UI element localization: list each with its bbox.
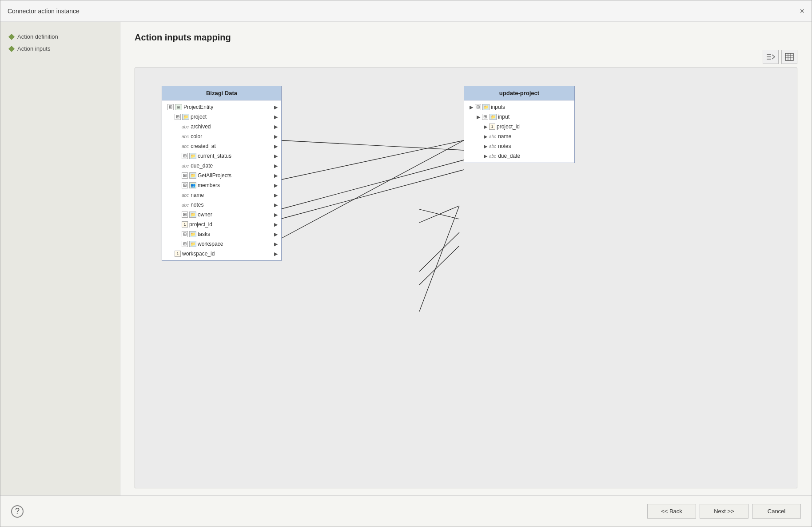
left-panel: Bizagi Data ⊞ ⊞ ProjectEntity ▶ ⊞ 📁 bbox=[162, 86, 282, 261]
expand-icon[interactable]: ⊞ bbox=[182, 212, 188, 218]
group-icon: 📁 bbox=[189, 231, 196, 237]
svg-line-10 bbox=[419, 206, 459, 223]
expand-icon[interactable]: ⊞ bbox=[182, 241, 188, 247]
sidebar-item-label: Action inputs bbox=[17, 45, 50, 52]
svg-line-3 bbox=[772, 55, 775, 57]
tree-row: ▶ abc name bbox=[464, 132, 574, 141]
tree-row: ▶ 1 project_id bbox=[464, 122, 574, 132]
right-panel: update-project ▶ ⊞ 📁 inputs ▶ ⊞ bbox=[464, 86, 575, 163]
expand-icon[interactable]: ⊞ bbox=[475, 104, 481, 110]
group-icon: 👥 bbox=[189, 182, 196, 188]
tree-row: ▶ ⊞ 📁 input bbox=[464, 112, 574, 122]
sidebar: Action definition Action inputs bbox=[0, 22, 120, 495]
diamond-icon bbox=[8, 45, 15, 52]
toolbar bbox=[135, 50, 797, 64]
diamond-icon bbox=[8, 33, 15, 40]
left-panel-body: ⊞ ⊞ ProjectEntity ▶ ⊞ 📁 project ▶ bbox=[162, 100, 281, 260]
group-icon: 📁 bbox=[189, 172, 196, 179]
tree-row: ▶ abc due_date bbox=[464, 151, 574, 161]
tree-row: ⊞ 📁 tasks ▶ bbox=[162, 229, 281, 239]
group-icon: 📁 bbox=[189, 241, 196, 247]
sidebar-item-action-inputs[interactable]: Action inputs bbox=[8, 43, 113, 55]
group-icon: 📁 bbox=[189, 153, 196, 159]
mapping-view-button[interactable] bbox=[763, 50, 779, 64]
cancel-button[interactable]: Cancel bbox=[752, 504, 801, 519]
svg-rect-5 bbox=[785, 53, 793, 60]
tree-row: abc created_at ▶ bbox=[162, 141, 281, 151]
right-panel-header: update-project bbox=[464, 86, 574, 100]
expand-icon[interactable]: ⊞ bbox=[182, 153, 188, 159]
next-button[interactable]: Next >> bbox=[700, 504, 748, 519]
main-content: Action inputs mapping bbox=[120, 22, 812, 495]
tree-row: ⊞ ⊞ ProjectEntity ▶ bbox=[162, 102, 281, 112]
tree-row: ⊞ 📁 workspace ▶ bbox=[162, 239, 281, 249]
group-icon: 📁 bbox=[490, 114, 497, 120]
tree-row: ▶ ⊞ 📁 inputs bbox=[464, 102, 574, 112]
footer: ? << Back Next >> Cancel bbox=[0, 495, 812, 527]
svg-line-4 bbox=[772, 57, 775, 59]
right-panel-body: ▶ ⊞ 📁 inputs ▶ ⊞ 📁 input bbox=[464, 100, 574, 163]
sidebar-item-action-definition[interactable]: Action definition bbox=[8, 31, 113, 43]
tree-row: ⊞ 👥 members ▶ bbox=[162, 180, 281, 190]
expand-icon[interactable]: ⊞ bbox=[167, 104, 174, 110]
tree-row: abc due_date ▶ bbox=[162, 161, 281, 171]
entity-icon: ⊞ bbox=[175, 104, 182, 110]
footer-buttons: << Back Next >> Cancel bbox=[647, 504, 801, 519]
sidebar-item-label: Action definition bbox=[17, 33, 58, 40]
tree-row: abc name ▶ bbox=[162, 190, 281, 200]
tree-row: 1 workspace_id ▶ bbox=[162, 249, 281, 259]
expand-icon[interactable]: ⊞ bbox=[482, 114, 488, 120]
page-title: Action inputs mapping bbox=[135, 32, 797, 43]
group-icon: 📁 bbox=[182, 114, 189, 120]
back-button[interactable]: << Back bbox=[647, 504, 696, 519]
body: Action definition Action inputs Action i… bbox=[0, 22, 812, 495]
tree-row: abc archived ▶ bbox=[162, 122, 281, 132]
dialog-title: Connector action instance bbox=[8, 8, 80, 15]
svg-line-11 bbox=[419, 209, 459, 219]
expand-icon[interactable]: ⊞ bbox=[182, 182, 188, 188]
close-button[interactable]: × bbox=[800, 7, 804, 15]
svg-line-13 bbox=[419, 246, 459, 285]
tree-row: ▶ abc notes bbox=[464, 141, 574, 151]
expand-icon[interactable]: ⊞ bbox=[182, 172, 188, 179]
left-panel-header: Bizagi Data bbox=[162, 86, 281, 100]
help-button[interactable]: ? bbox=[11, 505, 24, 518]
group-icon: 📁 bbox=[482, 104, 490, 110]
group-icon: 📁 bbox=[189, 212, 196, 218]
table-view-button[interactable] bbox=[781, 50, 797, 64]
tree-row: ⊞ 📁 GetAllProjects ▶ bbox=[162, 171, 281, 180]
expand-icon[interactable]: ⊞ bbox=[182, 231, 188, 237]
tree-row: abc color ▶ bbox=[162, 132, 281, 141]
tree-row: 1 project_id ▶ bbox=[162, 220, 281, 229]
tree-row: ⊞ 📁 project ▶ bbox=[162, 112, 281, 122]
tree-row: ⊞ 📁 current_status ▶ bbox=[162, 151, 281, 161]
svg-line-14 bbox=[419, 206, 459, 311]
titlebar: Connector action instance × bbox=[0, 0, 812, 22]
expand-icon[interactable]: ⊞ bbox=[175, 114, 181, 120]
tree-row: ⊞ 📁 owner ▶ bbox=[162, 210, 281, 220]
mapping-canvas: Bizagi Data ⊞ ⊞ ProjectEntity ▶ ⊞ 📁 bbox=[135, 68, 797, 488]
tree-row: abc notes ▶ bbox=[162, 200, 281, 210]
dialog: Connector action instance × Action defin… bbox=[0, 0, 812, 527]
svg-line-12 bbox=[419, 232, 459, 271]
